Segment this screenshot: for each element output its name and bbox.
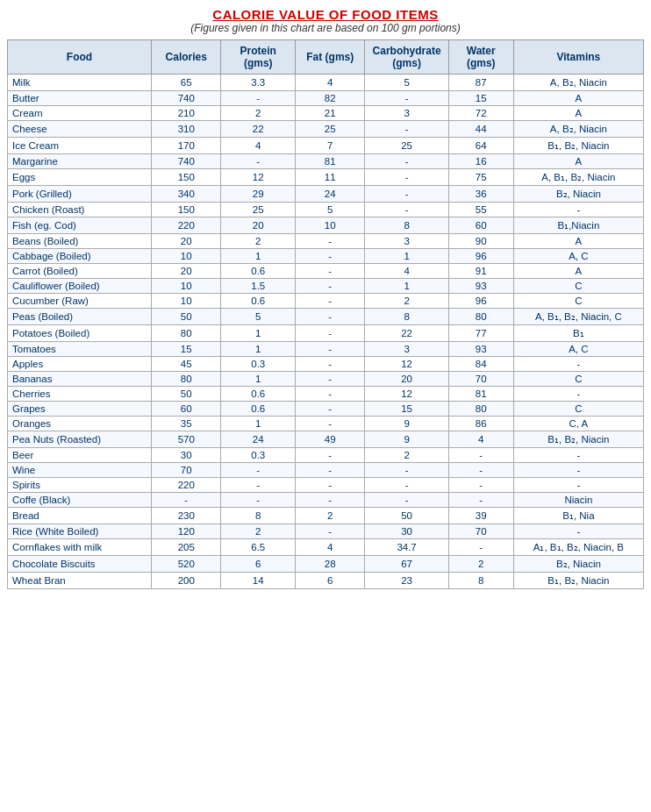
cell-value: -	[296, 294, 365, 309]
cell-value: 1	[221, 417, 296, 431]
col-header-carbohydrate: Carbohydrate (gms)	[365, 40, 448, 75]
cell-value: -	[221, 493, 296, 508]
cell-value: -	[296, 342, 365, 357]
table-row: Cucumber (Raw)100.6-296C	[8, 294, 644, 309]
cell-value: -	[221, 478, 296, 493]
cell-value: 80	[152, 325, 221, 342]
table-row: Eggs1501211-75A, B₁, B₂, Niacin	[8, 169, 644, 186]
cell-value: 80	[448, 309, 513, 325]
cell-value: 0.3	[221, 448, 296, 463]
cell-value: 20	[152, 264, 221, 279]
food-table: Food Calories Protein (gms) Fat (gms) Ca…	[7, 39, 644, 589]
cell-value: -	[448, 539, 513, 556]
cell-value: 60	[152, 402, 221, 417]
cell-value: 2	[448, 556, 513, 573]
cell-value: -	[448, 478, 513, 493]
cell-value: 2	[365, 448, 448, 463]
table-row: Beans (Boiled)202-390A	[8, 234, 644, 249]
food-name: Cauliflower (Boiled)	[8, 279, 152, 294]
cell-value: B₁,Niacin	[513, 217, 643, 234]
food-name: Butter	[8, 91, 152, 106]
cell-value: 11	[296, 169, 365, 186]
cell-value: 12	[365, 387, 448, 402]
table-row: Carrot (Boiled)200.6-491A	[8, 264, 644, 279]
cell-value: C	[513, 372, 643, 387]
cell-value: 81	[296, 154, 365, 169]
col-header-fat: Fat (gms)	[296, 40, 365, 75]
food-name: Carrot (Boiled)	[8, 264, 152, 279]
food-name: Coffe (Black)	[8, 493, 152, 508]
cell-value: 230	[152, 508, 221, 524]
cell-value: 45	[152, 357, 221, 372]
cell-value: 1	[221, 249, 296, 264]
cell-value: 5	[221, 309, 296, 325]
title-section: CALORIE VALUE OF FOOD ITEMS (Figures giv…	[7, 7, 644, 34]
table-row: Ice Cream170472564B₁, B₂, Niacin	[8, 138, 644, 154]
cell-value: -	[296, 524, 365, 539]
cell-value: -	[365, 169, 448, 186]
table-row: Bread230825039B₁, Nia	[8, 508, 644, 524]
food-name: Bananas	[8, 372, 152, 387]
cell-value: 81	[448, 387, 513, 402]
cell-value: 0.6	[221, 264, 296, 279]
cell-value: 120	[152, 524, 221, 539]
table-row: Cherries500.6-1281-	[8, 387, 644, 402]
cell-value: 170	[152, 138, 221, 154]
subtitle: (Figures given in this chart are based o…	[7, 22, 644, 34]
cell-value: 3	[365, 234, 448, 249]
cell-value: 150	[152, 169, 221, 186]
cell-value: 93	[448, 279, 513, 294]
food-name: Cucumber (Raw)	[8, 294, 152, 309]
cell-value: A, C	[513, 249, 643, 264]
cell-value: 2	[221, 234, 296, 249]
cell-value: -	[296, 372, 365, 387]
cell-value: 1	[365, 249, 448, 264]
cell-value: A, B₂, Niacin	[513, 75, 643, 91]
cell-value: -	[513, 357, 643, 372]
cell-value: 82	[296, 91, 365, 106]
cell-value: 4	[296, 539, 365, 556]
cell-value: 21	[296, 106, 365, 121]
cell-value: -	[365, 203, 448, 217]
table-row: Grapes600.6-1580C	[8, 402, 644, 417]
cell-value: 4	[448, 431, 513, 448]
food-name: Pork (Grilled)	[8, 186, 152, 203]
cell-value: 12	[221, 169, 296, 186]
food-name: Beans (Boiled)	[8, 234, 152, 249]
table-row: Potatoes (Boiled)801-2277B₁	[8, 325, 644, 342]
cell-value: A, C	[513, 342, 643, 357]
cell-value: -	[513, 463, 643, 478]
cell-value: -	[296, 493, 365, 508]
cell-value: -	[513, 524, 643, 539]
cell-value: -	[296, 478, 365, 493]
cell-value: -	[448, 463, 513, 478]
cell-value: -	[296, 387, 365, 402]
food-name: Potatoes (Boiled)	[8, 325, 152, 342]
cell-value: 200	[152, 573, 221, 589]
cell-value: A	[513, 91, 643, 106]
table-row: Butter740-82-15A	[8, 91, 644, 106]
cell-value: B₂, Niacin	[513, 186, 643, 203]
cell-value: 570	[152, 431, 221, 448]
food-name: Cherries	[8, 387, 152, 402]
cell-value: B₁, Nia	[513, 508, 643, 524]
food-name: Cheese	[8, 121, 152, 138]
table-row: Milk653.34587A, B₂, Niacin	[8, 75, 644, 91]
table-row: Chicken (Roast)150255-55-	[8, 203, 644, 217]
cell-value: 39	[448, 508, 513, 524]
cell-value: 0.3	[221, 357, 296, 372]
cell-value: 10	[152, 279, 221, 294]
cell-value: 96	[448, 249, 513, 264]
cell-value: 67	[365, 556, 448, 573]
header-row: Food Calories Protein (gms) Fat (gms) Ca…	[8, 40, 644, 75]
cell-value: 5	[365, 75, 448, 91]
cell-value: -	[296, 279, 365, 294]
cell-value: 29	[221, 186, 296, 203]
food-name: Cream	[8, 106, 152, 121]
cell-value: 64	[448, 138, 513, 154]
cell-value: 4	[221, 138, 296, 154]
cell-value: -	[513, 387, 643, 402]
food-name: Chicken (Roast)	[8, 203, 152, 217]
cell-value: -	[296, 357, 365, 372]
cell-value: 5	[296, 203, 365, 217]
